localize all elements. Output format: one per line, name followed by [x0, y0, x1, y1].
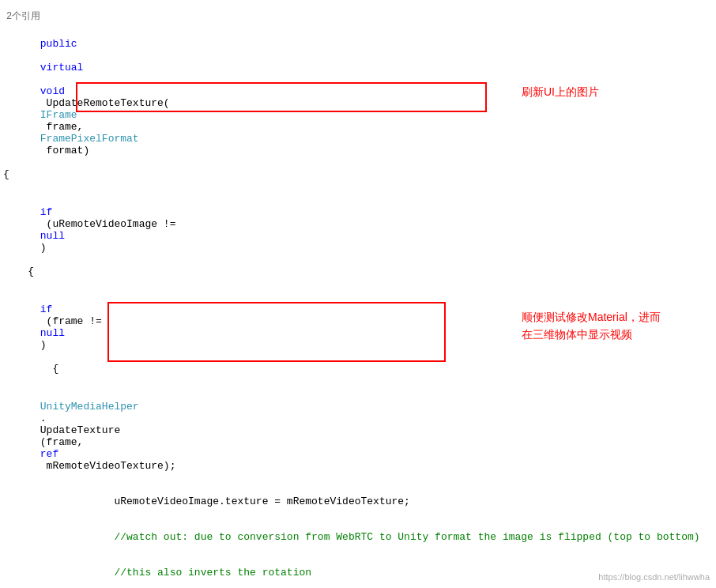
annotation-label-2: 顺便测试修改Material，进而在三维物体中显示视频 [522, 308, 661, 344]
code-line-texture-assign: uRemoteVideoImage.texture = mRemoteVideo… [0, 484, 716, 519]
watermark: https://blog.csdn.net/lihwwha [598, 572, 710, 582]
code-line-brace2: { [0, 266, 716, 280]
reference-count: 2个引用 [0, 6, 716, 26]
keyword-void: void [40, 85, 65, 97]
keyword-public: public [40, 38, 77, 50]
code-line-if1: if (uRemoteVideoImage != null ) [0, 183, 716, 266]
keyword-virtual: virtual [40, 62, 84, 74]
code-line-comment1: //watch out: due to conversion from WebR… [0, 519, 716, 555]
code-line-comment2: //this also inverts the rotation [0, 555, 716, 588]
annotation-label-1: 刷新UI上的图片 [522, 85, 599, 100]
code-container: 2个引用 public virtual void UpdateRemoteTex… [0, 0, 716, 588]
type-iframe: IFrame [40, 109, 77, 121]
code-line-update-texture: UnityMediaHelper . UpdateTexture (frame,… [0, 377, 716, 484]
type-framepixelformat: FramePixelFormat [40, 133, 139, 145]
code-line: public virtual void UpdateRemoteTexture(… [0, 26, 716, 168]
code-line-brace3: { [0, 363, 716, 377]
code-line-brace1: { [0, 168, 716, 183]
